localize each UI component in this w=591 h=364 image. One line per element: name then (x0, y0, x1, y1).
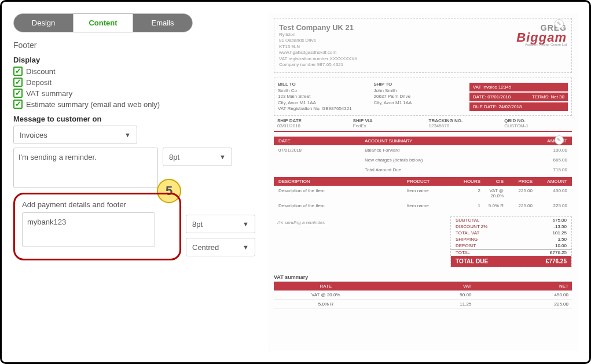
checkbox-discount[interactable] (13, 67, 23, 76)
message-target-value: Invoices (20, 131, 47, 139)
chevron-down-icon: ▼ (124, 131, 131, 138)
tab-design[interactable]: Design (13, 13, 73, 32)
preview-company: Test Company UK 21 (279, 23, 358, 32)
tab-bar: Design Content Emails (13, 13, 193, 32)
tab-content[interactable]: Content (73, 13, 133, 32)
chevron-down-icon: ▼ (243, 220, 249, 227)
message-size-value: 8pt (169, 153, 179, 161)
payment-align-value: Centred (192, 243, 219, 252)
payment-label: Add payment details and footer (22, 200, 172, 209)
tab-emails[interactable]: Emails (133, 13, 193, 32)
payment-details-highlight: Add payment details and footer (13, 193, 181, 260)
label-deposit: Deposit (26, 78, 52, 87)
label-vat-summary: VAT summary (26, 89, 72, 98)
message-on-label: Message to customer on (13, 115, 251, 123)
preview-logo: GREG Biggam Accident Repair Centre Ltd (516, 23, 567, 68)
preview-address: Ryliston81 Oatlands DriveKT13 9LNwww.hga… (279, 32, 358, 68)
checkbox-deposit[interactable] (13, 78, 23, 87)
pencil-icon[interactable]: ✎ (555, 19, 564, 28)
table-row: Description of the item Item name 1 5.0%… (274, 201, 572, 211)
chevron-down-icon: ▼ (243, 244, 249, 251)
checkbox-vat-summary[interactable] (13, 89, 23, 98)
label-discount: Discount (26, 67, 56, 76)
payment-align-select[interactable]: Centred ▼ (186, 238, 255, 256)
invoice-preview: ✎ Test Company UK 21 Ryliston81 Oatlands… (268, 13, 578, 351)
display-heading: Display (13, 56, 251, 64)
settings-panel: Design Content Emails Footer Display Dis… (13, 13, 251, 351)
chevron-down-icon: ▼ (219, 153, 226, 160)
footer-section-label: Footer (13, 41, 251, 50)
preview-totals: SUBTOTAL675.00 DISCOUNT 2%-13.50 TOTAL V… (450, 216, 572, 267)
payment-body-textarea[interactable] (22, 212, 155, 247)
table-row: Description of the item Item name 2 VAT … (274, 186, 572, 201)
message-size-select[interactable]: 8pt ▼ (163, 148, 232, 166)
checkbox-estimate-summary[interactable] (13, 100, 23, 109)
message-body-textarea[interactable] (13, 148, 158, 188)
message-target-select[interactable]: Invoices ▼ (13, 126, 137, 144)
invoice-number-band: VAT Invoice 12345 (469, 83, 568, 91)
label-estimate-summary: Estimate summary (email and web only) (26, 100, 160, 109)
payment-size-value: 8pt (192, 220, 203, 229)
preview-note: I'm sending a reminder. (274, 216, 450, 267)
payment-size-select[interactable]: 8pt ▼ (186, 215, 255, 233)
vat-summary-title: VAT summary (274, 273, 572, 282)
